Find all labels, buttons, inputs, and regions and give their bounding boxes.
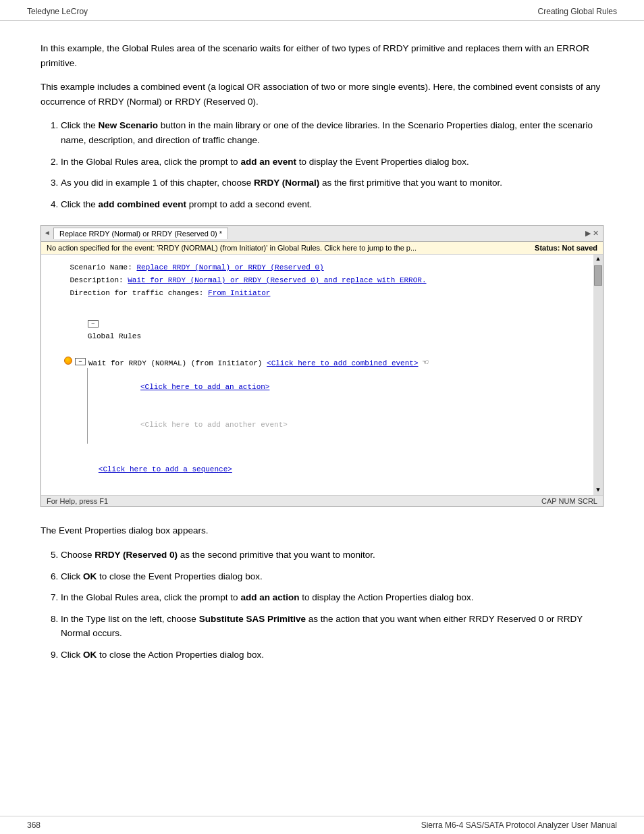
- step-9: Click OK to close the Action Properties …: [61, 648, 603, 662]
- step-6-bold: OK: [83, 571, 97, 581]
- screenshot-container: ◄ Replace RRDY (Normal) or RRDY (Reserve…: [41, 225, 603, 507]
- direction-value[interactable]: From Initiator: [208, 289, 270, 297]
- titlebar-tab: Replace RRDY (Normal) or RRDY (Reserved …: [53, 228, 228, 239]
- orange-circle-icon: [64, 357, 72, 365]
- add-action-line: <Click here to add an action>: [96, 368, 589, 406]
- step-5-bold: RRDY (Reserved 0): [95, 550, 178, 560]
- footer-document-title: Sierra M6-4 SAS/SATA Protocol Analyzer U…: [421, 820, 617, 830]
- paragraph-after-screenshot: The Event Properties dialog box appears.: [41, 523, 603, 538]
- minus-box-icon[interactable]: −: [75, 358, 86, 365]
- step-8-bold: Substitute SAS Primitive: [199, 614, 306, 624]
- step-2-after: to display the Event Properties dialog b…: [296, 157, 469, 167]
- description-label: Description:: [70, 276, 128, 284]
- direction-label: Direction for traffic changes:: [70, 289, 208, 297]
- step-9-bold: OK: [83, 650, 97, 660]
- step-5: Choose RRDY (Reserved 0) as the second p…: [61, 548, 603, 563]
- step-7-bold: add an action: [240, 592, 299, 602]
- paragraph-1: In this example, the Global Rules area o…: [41, 41, 603, 70]
- step-4-bold: add combined event: [99, 199, 187, 209]
- page-content: In this example, the Global Rules area o…: [0, 21, 644, 715]
- screenshot-top-statusbar: No action specified for the event: 'RRDY…: [41, 242, 603, 255]
- step-7-after: to display the Action Properties dialog …: [299, 592, 473, 602]
- step-3-after: as the first primitive that you want to …: [319, 178, 502, 188]
- screenshot-body: Scenario Name: Replace RRDY (Normal) or …: [41, 255, 603, 495]
- step-9-after: to close the Action Properties dialog bo…: [97, 650, 264, 660]
- header-left: Teledyne LeCroy: [27, 7, 88, 16]
- screenshot-titlebar: ◄ Replace RRDY (Normal) or RRDY (Reserve…: [41, 226, 603, 242]
- global-rules-label: Global Rules: [88, 332, 141, 340]
- header-right: Creating Global Rules: [538, 7, 617, 16]
- status-message[interactable]: No action specified for the event: 'RRDY…: [47, 244, 417, 252]
- scenario-name-value[interactable]: Replace RRDY (Normal) or RRDY (Reserved …: [136, 263, 323, 271]
- wait-line-text: Wait for RRDY (NORMAL) (from Initiator) …: [88, 357, 429, 368]
- description-line: Description: Wait for RRDY (Normal) or R…: [52, 274, 589, 287]
- caps-indicators: CAP NUM SCRL: [541, 497, 597, 505]
- scenario-name-label: Scenario Name:: [70, 263, 136, 271]
- scrollbar-up-icon[interactable]: ▲: [596, 255, 599, 264]
- scrollbar-down-icon[interactable]: ▼: [596, 486, 599, 495]
- add-combined-link[interactable]: <Click here to add combined event>: [267, 359, 418, 367]
- step-1-bold: New Scenario: [99, 120, 159, 130]
- add-sequence-line: <Click here to add a sequence>: [63, 450, 589, 488]
- step-3-bold: RRDY (Normal): [254, 178, 319, 188]
- direction-line: Direction for traffic changes: From Init…: [52, 287, 589, 300]
- step-1: Click the New Scenario button in the mai…: [61, 118, 603, 147]
- add-sequence-link[interactable]: <Click here to add a sequence>: [99, 465, 232, 473]
- page-footer: 368 Sierra M6-4 SAS/SATA Protocol Analyz…: [0, 816, 644, 834]
- tree-children: <Click here to add an action> <Click her…: [87, 368, 589, 444]
- paragraph-2: This example includes a combined event (…: [41, 80, 603, 109]
- titlebar-close[interactable]: ▶ ✕: [585, 229, 599, 238]
- step-6-after: to close the Event Properties dialog box…: [97, 571, 262, 581]
- wait-row: − Wait for RRDY (NORMAL) (from Initiator…: [52, 357, 589, 368]
- step-5-after: as the second primitive that you want to…: [178, 550, 375, 560]
- add-another-event-line: <Click here to add another event>: [96, 406, 589, 444]
- status-label: Status: Not saved: [535, 244, 597, 252]
- screenshot-bottom-statusbar: For Help, press F1 CAP NUM SCRL: [41, 495, 603, 506]
- global-rules-line: − Global Rules: [52, 305, 589, 355]
- help-text: For Help, press F1: [47, 497, 108, 505]
- footer-page-number: 368: [27, 820, 41, 830]
- titlebar-arrow: ◄: [45, 230, 49, 237]
- step-8: In the Type list on the left, choose Sub…: [61, 612, 603, 641]
- scrollbar-thumb[interactable]: [594, 265, 602, 286]
- steps-list-1: Click the New Scenario button in the mai…: [61, 118, 603, 211]
- minus-icon[interactable]: −: [88, 320, 99, 328]
- step-8-after: as the action that you want when either …: [61, 614, 583, 639]
- steps-list-2: Choose RRDY (Reserved 0) as the second p…: [61, 548, 603, 662]
- add-action-link[interactable]: <Click here to add an action>: [140, 383, 269, 391]
- titlebar-title: Replace RRDY (Normal) or RRDY (Reserved …: [59, 230, 222, 238]
- scrollbar[interactable]: ▲ ▼: [593, 255, 603, 495]
- page-header: Teledyne LeCroy Creating Global Rules: [0, 0, 644, 21]
- scenario-name-line: Scenario Name: Replace RRDY (Normal) or …: [52, 261, 589, 274]
- step-4: Click the add combined event prompt to a…: [61, 197, 603, 212]
- step-3: As you did in example 1 of this chapter,…: [61, 176, 603, 190]
- step-4-after: prompt to add a second event.: [186, 199, 312, 209]
- step-7: In the Global Rules area, click the prom…: [61, 590, 603, 605]
- wait-text: Wait for RRDY (NORMAL) (from Initiator): [88, 359, 262, 367]
- step-2: In the Global Rules area, click the prom…: [61, 155, 603, 170]
- step-6: Click OK to close the Event Properties d…: [61, 569, 603, 584]
- step-2-bold: add an event: [240, 157, 296, 167]
- description-value[interactable]: Wait for RRDY (Normal) or RRDY (Reserved…: [128, 276, 426, 284]
- cursor-hand-icon: ☞: [423, 357, 428, 368]
- add-another-event-link[interactable]: <Click here to add another event>: [140, 421, 288, 429]
